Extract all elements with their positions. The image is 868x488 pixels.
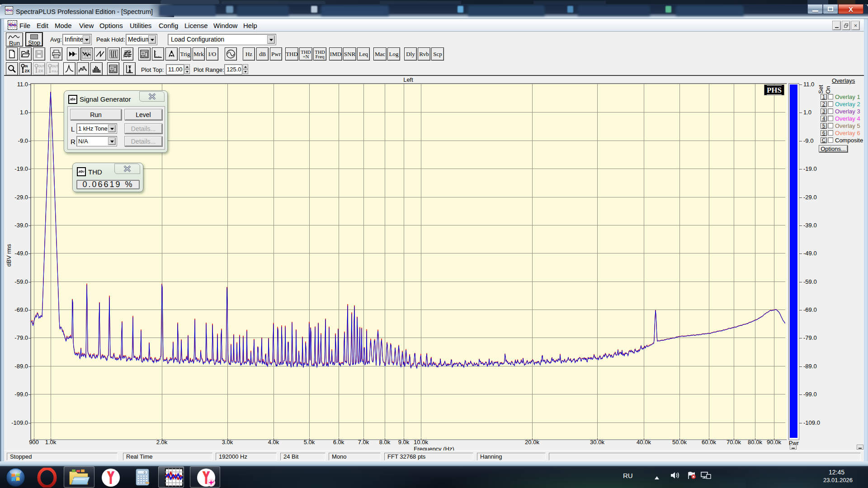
svg-text:IN: IN bbox=[25, 65, 28, 68]
svg-text:0: 0 bbox=[144, 471, 146, 474]
svg-text:2X: 2X bbox=[38, 69, 43, 73]
svg-text:OUT: OUT bbox=[52, 65, 59, 68]
svg-text:OUT: OUT bbox=[38, 65, 45, 68]
svg-text:FULL: FULL bbox=[52, 70, 59, 73]
svg-text:2X: 2X bbox=[25, 69, 30, 73]
